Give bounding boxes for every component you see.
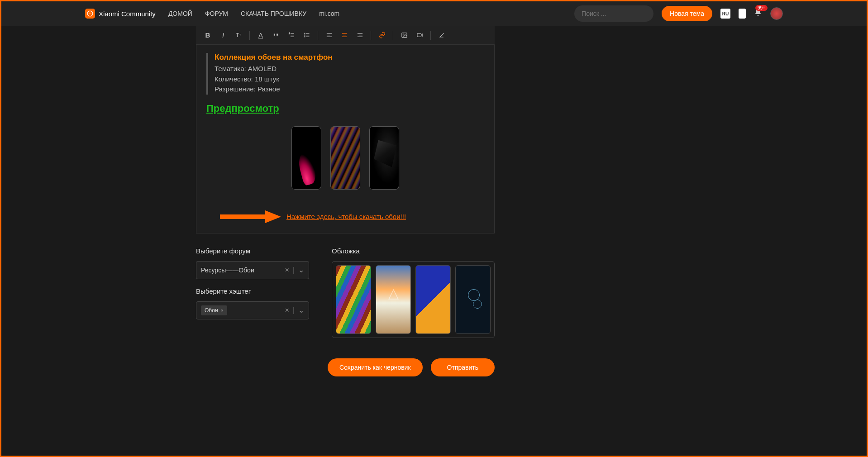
- select-controls: × | ⌄: [285, 306, 305, 314]
- notifications[interactable]: 99+: [754, 9, 762, 19]
- main-content: B I TT A 1: [196, 26, 495, 386]
- editor-content[interactable]: Коллекция обоев на смартфон Тематика: AM…: [196, 45, 495, 233]
- editor-toolbar: B I TT A 1: [196, 26, 495, 45]
- chevron-down-icon[interactable]: ⌄: [298, 266, 304, 274]
- search-box[interactable]: [574, 5, 653, 22]
- nav-micom[interactable]: mi.com: [319, 10, 339, 17]
- clear-icon[interactable]: ×: [285, 266, 289, 274]
- submit-button[interactable]: Отправить: [431, 358, 495, 376]
- form-right: Обложка: [332, 247, 495, 338]
- phone-icon[interactable]: [739, 9, 746, 19]
- preview-image-2: [330, 126, 360, 190]
- save-draft-button[interactable]: Сохранить как черновик: [328, 358, 422, 376]
- covers-grid: [332, 261, 495, 338]
- logo-icon: [85, 9, 95, 19]
- user-avatar[interactable]: [770, 7, 783, 20]
- arrow-icon: [218, 209, 281, 225]
- forum-select[interactable]: Ресурсы——Обои × | ⌄: [196, 261, 309, 279]
- hashtag-value: Обои: [205, 307, 218, 314]
- preview-image-1: [291, 126, 321, 190]
- toolbar-separator: [318, 31, 318, 40]
- link-button[interactable]: [375, 28, 389, 43]
- hashtag-select[interactable]: Обои × × | ⌄: [196, 301, 309, 319]
- select-controls: × | ⌄: [285, 266, 305, 274]
- svg-point-2: [91, 13, 91, 14]
- form-area: Выберите форум Ресурсы——Обои × | ⌄ Выбер…: [196, 247, 495, 338]
- quote-title: Коллекция обоев на смартфон: [215, 53, 484, 62]
- toolbar-separator: [393, 31, 393, 40]
- cover-option-1[interactable]: [336, 265, 371, 334]
- nav-forum[interactable]: ФОРУМ: [205, 10, 228, 17]
- svg-point-25: [403, 34, 404, 35]
- form-left: Выберите форум Ресурсы——Обои × | ⌄ Выбер…: [196, 247, 309, 338]
- quote-line: Количество: 18 штук: [215, 74, 484, 85]
- fontsize-button[interactable]: TT: [231, 28, 246, 43]
- header: Xiaomi Community ДОМОЙ ФОРУМ СКАЧАТЬ ПРО…: [1, 1, 867, 26]
- logo[interactable]: Xiaomi Community: [85, 9, 156, 19]
- download-link[interactable]: Нажмите здесь, чтобы скачать обои!!!: [286, 213, 406, 220]
- svg-point-12: [304, 33, 305, 33]
- image-button[interactable]: [397, 28, 411, 43]
- quote-block: Коллекция обоев на смартфон Тематика: AM…: [206, 53, 484, 95]
- search-input[interactable]: [582, 10, 661, 17]
- cover-option-2[interactable]: [376, 265, 411, 334]
- header-left: Xiaomi Community ДОМОЙ ФОРУМ СКАЧАТЬ ПРО…: [85, 9, 339, 19]
- hashtag-chip: Обои ×: [201, 305, 227, 315]
- align-right-button[interactable]: [353, 28, 367, 43]
- quote-button[interactable]: [269, 28, 283, 43]
- cover-option-4[interactable]: [455, 265, 491, 334]
- preview-heading: Предпросмотр: [206, 103, 484, 114]
- hashtag-label: Выберите хэштег: [196, 287, 309, 295]
- preview-image-3: [369, 126, 399, 190]
- bold-button[interactable]: B: [200, 28, 215, 43]
- bell-icon: [754, 10, 762, 19]
- cover-option-3[interactable]: [415, 265, 451, 334]
- nav-firmware[interactable]: СКАЧАТЬ ПРОШИВКУ: [241, 10, 306, 17]
- language-badge[interactable]: RU: [720, 9, 730, 19]
- clear-icon[interactable]: ×: [285, 306, 289, 314]
- header-right: Новая тема RU 99+: [574, 5, 783, 22]
- svg-point-13: [304, 35, 305, 35]
- cover-label: Обложка: [332, 247, 495, 255]
- toolbar-separator: [371, 31, 371, 40]
- svg-text:1: 1: [289, 33, 290, 34]
- forum-label: Выберите форум: [196, 247, 309, 255]
- brand-name: Xiaomi Community: [99, 10, 156, 18]
- italic-button[interactable]: I: [216, 28, 230, 43]
- underline-button[interactable]: A: [253, 28, 268, 43]
- clear-format-button[interactable]: [434, 28, 449, 43]
- footer-buttons: Сохранить как черновик Отправить: [196, 358, 495, 386]
- toolbar-separator: [430, 31, 431, 40]
- toolbar-separator: [249, 31, 250, 40]
- svg-rect-26: [417, 33, 421, 37]
- remove-tag-icon[interactable]: ×: [221, 308, 224, 313]
- preview-images: [206, 126, 484, 190]
- quote-line: Разрешение: Разное: [215, 84, 484, 95]
- notification-count: 99+: [755, 5, 768, 11]
- unordered-list-button[interactable]: [300, 28, 314, 43]
- new-topic-button[interactable]: Новая тема: [662, 6, 712, 21]
- svg-point-1: [89, 13, 90, 14]
- forum-value: Ресурсы——Обои: [201, 267, 254, 274]
- nav-home[interactable]: ДОМОЙ: [168, 10, 192, 17]
- align-left-button[interactable]: [322, 28, 336, 43]
- quote-line: Тематика: AMOLED: [215, 64, 484, 74]
- download-row: Нажмите здесь, чтобы скачать обои!!!: [218, 209, 484, 225]
- svg-marker-28: [265, 210, 281, 223]
- video-button[interactable]: [412, 28, 427, 43]
- svg-point-0: [87, 11, 93, 16]
- svg-point-14: [304, 37, 305, 37]
- align-center-button[interactable]: [337, 28, 352, 43]
- chevron-down-icon[interactable]: ⌄: [298, 306, 304, 314]
- ordered-list-button[interactable]: 1: [284, 28, 299, 43]
